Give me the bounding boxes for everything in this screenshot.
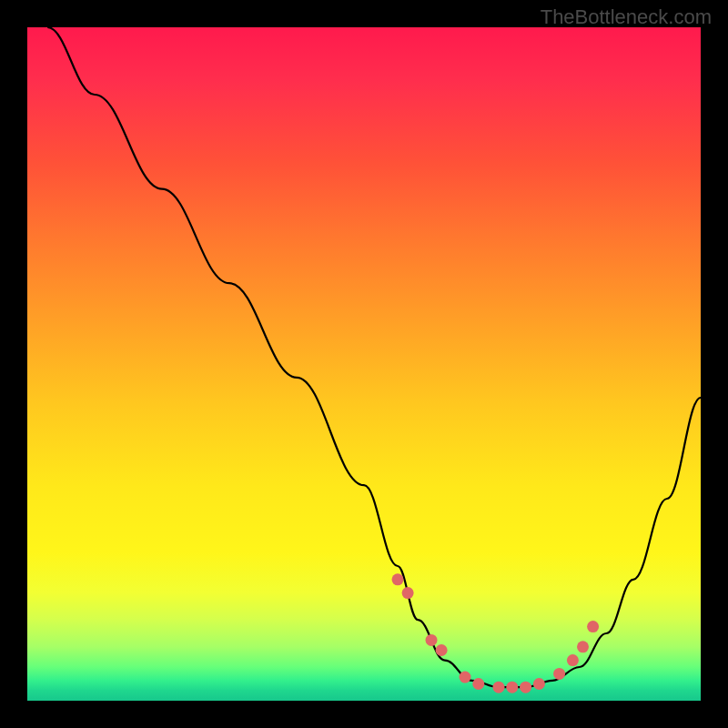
marker-point: [533, 678, 545, 690]
marker-point: [436, 644, 448, 656]
chart-svg: [27, 27, 701, 701]
marker-point: [506, 682, 518, 693]
marker-point: [553, 668, 565, 680]
marker-point: [426, 634, 438, 646]
marker-point: [520, 682, 531, 693]
marker-point: [493, 682, 505, 693]
marker-point: [587, 621, 599, 632]
marker-point: [392, 573, 404, 585]
marker-point: [567, 654, 579, 666]
watermark-text: TheBottleneck.com: [541, 5, 712, 29]
chart-plot-area: [27, 27, 701, 701]
marker-group: [392, 573, 600, 693]
curve-line: [47, 27, 701, 687]
marker-point: [577, 641, 589, 652]
marker-point: [472, 678, 484, 690]
marker-point: [460, 672, 471, 683]
marker-point: [402, 587, 414, 599]
